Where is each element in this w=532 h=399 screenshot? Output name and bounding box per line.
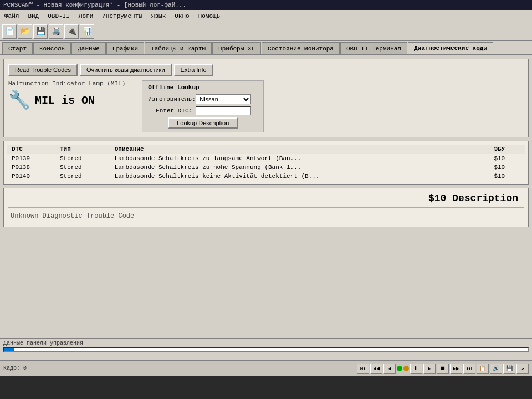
controls-right: ⏮ ◀◀ ◀ ⏸ ▶ ⏹ ▶▶ ⏭ 📋 🔊 💾 ↗ [357,364,529,374]
menu-bar: Файл Вид OBD-II Логи Инструменты Язык Ок… [0,10,532,22]
save-log-button[interactable]: 💾 [503,364,515,374]
title-bar: PCMSCAN™ - Новая конфигурация* - [Новый … [0,0,532,10]
description-panel: $10 Description Unknown Diagnostic Troub… [3,188,529,227]
connect-button[interactable]: 🔌 [64,24,79,39]
offline-lookup-title: Offline Lookup [148,84,258,91]
skip-start-button[interactable]: ⏮ [357,364,369,374]
description-title: $10 Description [8,193,524,204]
col-dtc: DTC [7,145,55,154]
description-divider [8,207,524,208]
rewind-fast-button[interactable]: ◀◀ [370,364,382,374]
sound-button[interactable]: 🔊 [490,364,502,374]
tab-start[interactable]: Старт [2,42,33,54]
dtc-table-body: P0139 Stored Lambdasonde Schaltkreis zu … [7,154,525,181]
menu-file[interactable]: Файл [2,12,21,21]
offline-lookup: Offline Lookup Изготовитель: Nissan Gene… [142,80,264,132]
top-panel: Read Trouble Codes Очистить коды диагнос… [3,59,529,137]
mil-section: Malfunction Indicator Lamp (MIL) 🔧 MIL i… [8,80,524,132]
title-text: PCMSCAN™ - Новая конфигурация* - [Новый … [3,2,186,8]
play-button[interactable]: ▶ [423,364,436,374]
tab-graphs[interactable]: Графики [106,42,144,54]
tabs-bar: Старт Консоль Данные Графики Таблицы и к… [0,41,532,55]
col-description: Описание [110,145,490,154]
stop-button[interactable]: ⏹ [437,364,449,374]
dtc-ecu: $10 [489,163,525,172]
col-ecu: ЭБУ [489,145,525,154]
tab-instruments[interactable]: Приборы XL [212,42,261,54]
tab-diag-codes[interactable]: Диагностические коды [408,42,493,54]
lookup-btn-row: Lookup Description [148,117,258,129]
save-button[interactable]: 💾 [33,24,48,39]
dtc-code: P0138 [7,163,55,172]
pause-button[interactable]: ⏸ [410,364,422,374]
menu-obd2[interactable]: OBD-II [45,12,72,21]
dtc-description: Lambdasonde Schaltkreis zu langsame Antw… [110,154,490,163]
extra-info-button[interactable]: Extra Info [174,64,213,76]
menu-window[interactable]: Окно [172,12,191,21]
dtc-ecu: $10 [489,172,525,181]
menu-tools[interactable]: Инструменты [100,12,145,21]
chart-button[interactable]: 📊 [80,24,94,39]
dtc-input[interactable] [196,106,251,115]
mil-label: Malfunction Indicator Lamp (MIL) [8,80,125,87]
dtc-code: P0139 [7,154,55,163]
menu-lang[interactable]: Язык [149,12,168,21]
frame-label: Кадр: 0 [3,365,27,371]
tab-console[interactable]: Консоль [33,42,71,54]
description-text: Unknown Diagnostic Trouble Code [8,210,524,222]
dtc-type: Stored [55,163,110,172]
clipboard-button[interactable]: 📋 [477,364,489,374]
toolbar: 📄 📂 💾 🖨️ 🔌 📊 [0,22,532,41]
tab-monitor[interactable]: Состояние монитора [262,42,340,54]
dtc-description: Lambdasonde Schaltkreis zu hohe Spannung… [110,163,490,172]
dtc-label: Enter DTC: [148,108,192,114]
skip-end-button[interactable]: ⏭ [463,364,475,374]
dtc-type: Stored [55,154,110,163]
dtc-table-area: DTC Тип Описание ЭБУ P0139 Stored Lambda… [3,141,529,185]
dtc-description: Lambdasonde Schaltkreis keine Aktivität … [110,172,490,181]
new-button[interactable]: 📄 [2,24,17,39]
manufacturer-select[interactable]: Nissan Generic Toyota Honda Ford BMW [196,94,251,104]
lookup-description-button[interactable]: Lookup Description [168,117,238,129]
clear-codes-button[interactable]: Очистить коды диагностики [80,64,172,76]
print-button[interactable]: 🖨️ [49,24,63,39]
engine-icon: 🔧 [8,89,30,111]
dtc-code: P0140 [7,172,55,181]
forward-button[interactable]: ▶▶ [450,364,462,374]
action-buttons: Read Trouble Codes Очистить коды диагнос… [8,64,524,76]
controls-bar: Кадр: 0 ⏮ ◀◀ ◀ ⏸ ▶ ⏹ ▶▶ ⏭ 📋 🔊 💾 ↗ [0,360,532,376]
dtc-table: DTC Тип Описание ЭБУ P0139 Stored Lambda… [7,145,525,181]
dtc-ecu: $10 [489,154,525,163]
tab-terminal[interactable]: OBD-II Терминал [340,42,407,54]
progress-bar [3,347,529,352]
table-row[interactable]: P0140 Stored Lambdasonde Schaltkreis kei… [7,172,525,181]
export-button[interactable]: ↗ [516,364,529,374]
open-button[interactable]: 📂 [18,24,32,39]
manufacturer-label: Изготовитель: [148,96,192,103]
menu-help[interactable]: Помощь [196,12,223,21]
mil-status: MIL is ON [35,94,95,107]
dtc-type: Stored [55,172,110,181]
col-type: Тип [55,145,110,154]
mil-left: Malfunction Indicator Lamp (MIL) 🔧 MIL i… [8,80,125,111]
mil-display: 🔧 MIL is ON [8,89,125,111]
menu-logs[interactable]: Логи [76,12,95,21]
main-content: Read Trouble Codes Очистить коды диагнос… [0,55,532,338]
dot-orange-indicator [403,366,409,371]
tab-tables[interactable]: Таблицы и карты [145,42,212,54]
bottom-area: Данные панели управления [0,338,532,360]
table-row[interactable]: P0138 Stored Lambdasonde Schaltkreis zu … [7,163,525,172]
tab-data[interactable]: Данные [71,42,106,54]
dot-green-indicator [397,366,402,371]
menu-view[interactable]: Вид [25,12,41,21]
panel-label: Данные панели управления [0,340,532,347]
table-row[interactable]: P0139 Stored Lambdasonde Schaltkreis zu … [7,154,525,163]
table-header-row: DTC Тип Описание ЭБУ [7,145,525,154]
progress-bar-fill [4,348,14,351]
dtc-input-row: Enter DTC: [148,106,258,115]
manufacturer-row: Изготовитель: Nissan Generic Toyota Hond… [148,94,258,104]
read-codes-button[interactable]: Read Trouble Codes [8,64,78,76]
rewind-button[interactable]: ◀ [383,364,396,374]
